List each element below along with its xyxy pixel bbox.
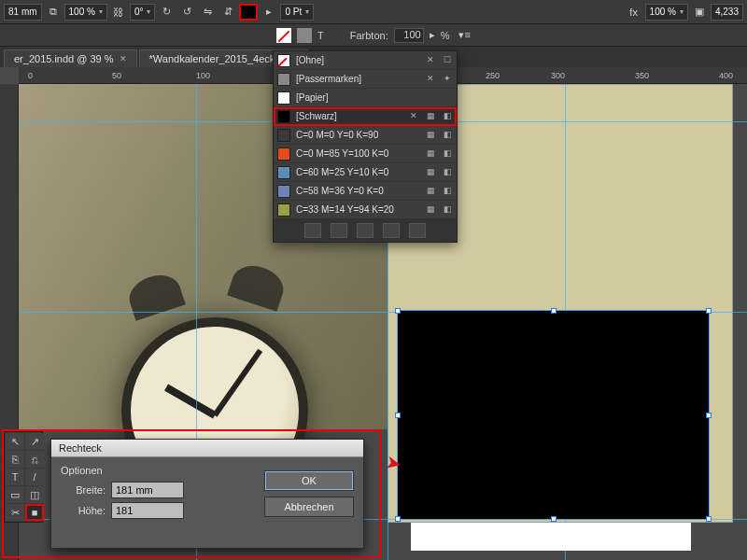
swatches-panel: [Ohne] ✕ ☐ [Passermarken] ✕ ✦ [Papier] [… [273,50,458,243]
swatch-menu-arrow-icon[interactable]: ▸ [260,3,278,21]
control-bar: 81 mm ⧉ 100 % ⛓ 0° ↻ ↺ ⇋ ⇵ ▸ 0 Pt fx 100… [0,0,747,24]
resize-handle[interactable] [395,413,401,418]
resize-handle[interactable] [395,516,401,522]
swatch-chip-icon [277,203,290,217]
delete-swatch-button[interactable] [409,223,426,238]
flip-h-icon[interactable]: ⇋ [198,3,217,21]
stroke-weight-field[interactable]: 0 Pt [280,4,314,21]
cmyk-icon: ◧ [442,148,453,160]
lock-icon: ✕ [425,55,436,66]
resize-handle[interactable] [706,308,712,314]
none-type-icon: ☐ [442,55,453,66]
lock-icon: ✕ [425,74,436,85]
swatch-item-paper[interactable]: [Papier] [274,89,457,107]
tools-panel: ↖ ↗ ⎘ ⎌ T / ▭ ◫ ✂ ■ [4,431,43,523]
cmyk-icon: ◧ [442,111,453,122]
resize-handle[interactable] [706,516,712,522]
show-color-swatches-button[interactable] [331,223,347,238]
swatch-chip-icon [277,73,290,86]
document-tab[interactable]: er_2015.indd @ 39 % ✕ [4,49,137,67]
fill-swatch-control[interactable] [239,4,258,21]
bounds-icon[interactable]: ▣ [690,3,709,21]
fx-icon[interactable]: fx [625,3,643,21]
swatch-item-registration[interactable]: [Passermarken] ✕ ✦ [274,70,457,89]
scissors-tool[interactable]: ✂ [6,504,24,521]
clock-bell-shape [124,269,186,320]
height-input[interactable] [111,502,184,519]
line-tool[interactable]: / [25,469,44,485]
swatch-chip-icon [277,166,290,179]
tint-arrow-icon[interactable]: ▸ [430,29,435,41]
swatch-chip-icon [277,147,290,161]
rectangle-tool-selected[interactable]: ■ [25,504,44,521]
swatch-chip-icon [277,91,290,105]
fill-none-icon[interactable] [276,28,291,43]
resize-handle[interactable] [551,516,557,522]
scale-x-field[interactable]: 100 % [64,4,107,21]
panel-menu-icon[interactable]: ▾≡ [458,29,470,41]
swatch-chip-icon [277,185,290,198]
swatch-item[interactable]: C=60 M=25 Y=10 K=0 ▦ ◧ [274,163,457,182]
process-color-icon: ▦ [425,111,436,122]
swatch-item[interactable]: C=0 M=0 Y=0 K=90 ▦ ◧ [274,126,457,145]
type-tool[interactable]: T [6,469,24,485]
tint-field[interactable]: 100 [394,28,424,43]
new-swatch-button[interactable] [383,223,400,238]
process-color-icon: ▦ [425,130,436,141]
page-tool[interactable]: ⎘ [6,451,24,468]
gap-tool[interactable]: ⎌ [25,451,44,468]
swatches-footer [274,219,457,242]
rotate-field[interactable]: 0° [130,4,156,21]
process-color-icon: ▦ [425,186,436,197]
options-legend: Optionen [61,465,253,476]
size-field[interactable]: 81 mm [4,4,42,21]
object-format-icon[interactable] [297,28,312,43]
lock-icon: ✕ [408,111,419,122]
swatch-item-none[interactable]: [Ohne] ✕ ☐ [274,51,457,70]
cmyk-icon: ◧ [442,186,453,197]
swatch-chip-icon [277,129,290,142]
process-color-icon: ▦ [425,148,436,160]
highlight-annotation: ↖ ↗ ⎘ ⎌ T / ▭ ◫ ✂ ■ Rechteck Optionen Br… [2,429,381,558]
swatch-item[interactable]: C=0 M=85 Y=100 K=0 ▦ ◧ [274,145,457,163]
rotate-ccw-icon[interactable]: ↺ [177,3,196,21]
cmyk-icon: ◧ [442,130,453,141]
cmyk-icon: ◧ [442,167,453,178]
link-icon[interactable]: ⧉ [44,3,63,21]
rectangle-frame-tool[interactable]: ▭ [6,486,24,503]
process-color-icon: ▦ [425,204,436,216]
tab-label: er_2015.indd @ 39 % [14,53,114,64]
opacity-field[interactable]: 100 % [645,4,688,21]
height-label: Höhe: [61,505,106,516]
width-input[interactable] [111,482,184,498]
show-gradient-swatches-button[interactable] [357,223,374,238]
tint-label: Farbton: [350,30,388,41]
close-icon[interactable]: ✕ [120,54,127,63]
resize-handle[interactable] [551,308,557,314]
selection-tool[interactable]: ↖ [6,433,24,450]
swatch-chip-icon [277,110,290,123]
flip-v-icon[interactable]: ⇵ [218,3,237,21]
width-label: Breite: [61,484,106,496]
ok-button[interactable]: OK [264,470,354,491]
swatch-item[interactable]: C=33 M=14 Y=94 K=20 ▦ ◧ [274,201,457,219]
direct-selection-tool[interactable]: ↗ [25,433,44,450]
rectangle-dialog: Rechteck Optionen Breite: Höhe: OK Abbre… [50,439,364,549]
resize-handle[interactable] [395,308,401,314]
text-format-icon[interactable]: T [317,30,324,41]
process-color-icon: ▦ [425,167,436,178]
resize-handle[interactable] [706,413,712,418]
coord-field[interactable]: 4,233 [711,4,743,21]
rotate-cw-icon[interactable]: ↻ [157,3,176,21]
cancel-button[interactable]: Abbrechen [264,497,354,517]
rectangle-tool[interactable]: ◫ [25,486,44,503]
swatch-item-black[interactable]: [Schwarz] ✕ ▦ ◧ [274,107,457,126]
registration-icon: ✦ [442,74,453,85]
swatch-item[interactable]: C=58 M=36 Y=0 K=0 ▦ ◧ [274,182,457,201]
constrain-icon[interactable]: ⛓ [109,3,128,21]
page-footer-band [411,523,691,551]
tab-label: *Wandkalender_2015_4eck… [149,53,286,64]
selected-rectangle[interactable] [397,310,710,520]
swatch-subbar: T Farbton: 100 ▸ % ▾≡ [0,24,747,47]
show-all-swatches-button[interactable] [304,223,321,238]
